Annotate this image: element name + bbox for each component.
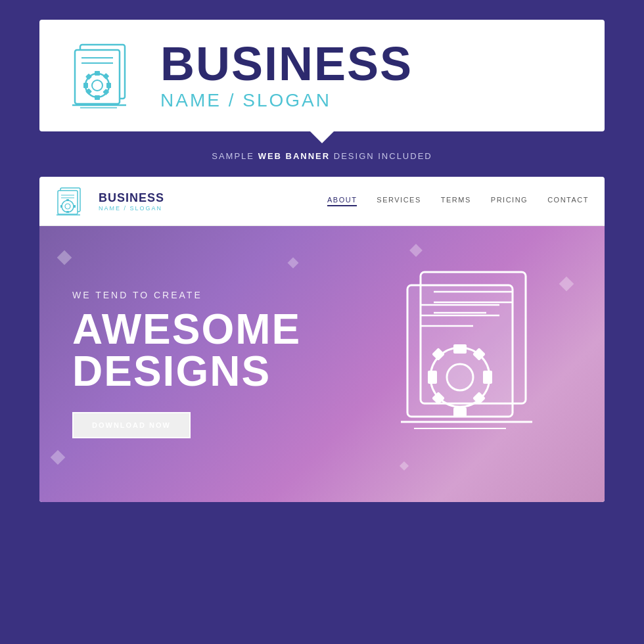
svg-rect-28	[60, 205, 62, 208]
nav-links: ABOUT SERVICES TERMS PRICING CONTACT	[327, 196, 589, 206]
middle-prefix: SAMPLE	[212, 151, 258, 161]
logo-name-slogan-text: NAME / SLOGAN	[160, 90, 413, 111]
diamond-3	[288, 258, 299, 269]
logo-icon	[66, 39, 145, 112]
hero-section: WE TEND TO CREATE AWESOME DESIGNS DOWNLO…	[39, 226, 605, 502]
svg-rect-27	[66, 211, 69, 213]
page-wrapper: BUSINESS NAME / SLOGAN SAMPLE WEB BANNER…	[0, 0, 644, 644]
website-card: BUSINESS NAME / SLOGAN ABOUT SERVICES TE…	[39, 177, 605, 502]
nav-logo-text: BUSINESS NAME / SLOGAN	[99, 191, 164, 212]
hero-title-line1: AWESOME	[72, 308, 572, 350]
svg-rect-29	[74, 205, 76, 208]
nav-link-contact[interactable]: CONTACT	[547, 196, 589, 206]
hero-title-line2: DESIGNS	[72, 350, 572, 392]
svg-rect-8	[95, 71, 100, 76]
middle-suffix: DESIGN INCLUDED	[330, 151, 432, 161]
diamond-4	[409, 244, 423, 257]
nav-link-terms[interactable]: TERMS	[441, 196, 471, 206]
middle-bold: WEB BANNER	[258, 151, 331, 161]
middle-label: SAMPLE WEB BANNER DESIGN INCLUDED	[212, 151, 432, 161]
logo-text-block: BUSINESS NAME / SLOGAN	[160, 40, 413, 111]
hero-text: WE TEND TO CREATE AWESOME DESIGNS DOWNLO…	[72, 290, 572, 438]
hero-subtitle: WE TEND TO CREATE	[72, 290, 572, 300]
logo-business-text: BUSINESS	[160, 40, 413, 87]
nav-link-services[interactable]: SERVICES	[377, 196, 421, 206]
nav-logo-icon	[55, 186, 88, 216]
nav-link-pricing[interactable]: PRICING	[491, 196, 528, 206]
svg-rect-26	[66, 199, 69, 201]
logo-banner: BUSINESS NAME / SLOGAN	[39, 20, 605, 131]
download-now-button[interactable]: DOWNLOAD NOW	[72, 412, 191, 438]
svg-rect-11	[106, 83, 111, 88]
nav-bar: BUSINESS NAME / SLOGAN ABOUT SERVICES TE…	[39, 177, 605, 226]
svg-point-7	[92, 80, 103, 91]
nav-slogan-label: NAME / SLOGAN	[99, 205, 164, 212]
nav-link-about[interactable]: ABOUT	[327, 196, 357, 206]
diamond-2	[51, 450, 66, 465]
svg-rect-10	[83, 83, 88, 88]
svg-point-25	[65, 204, 70, 209]
nav-business-label: BUSINESS	[99, 191, 164, 205]
svg-rect-9	[95, 95, 100, 100]
diamond-1	[57, 250, 72, 265]
